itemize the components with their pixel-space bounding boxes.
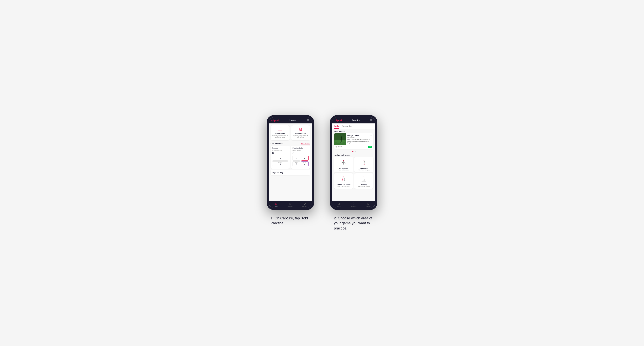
approach-desc: Dial-in to hit the green	[358, 169, 370, 171]
phone1-screen: clippd Home ☰	[268, 117, 312, 208]
caption1: 1. On Capture, tap 'Add Practice'.	[270, 216, 310, 226]
featured-desc: Play 1 shot at each target yardage. If y…	[347, 139, 372, 144]
caption2: 2. Choose which area of your game you wa…	[334, 216, 374, 231]
capture-nav-label: Capture	[302, 206, 307, 207]
nav-activities[interactable]: ♺ Activities	[283, 201, 298, 208]
ott-val: 0	[293, 158, 300, 160]
add-practice-icon	[298, 127, 303, 132]
skill-grid: Off The Tee Power and accuracy	[332, 157, 376, 190]
featured-card[interactable]: Wedge Ladder ☆ 50–100 yds Play 1 shot at…	[334, 133, 374, 149]
skill-putting[interactable]: Putting Make and lag practice	[354, 173, 374, 188]
phone2-title: Practice	[352, 119, 360, 122]
shots-count: 🕐 9 shots	[336, 146, 342, 148]
activities-nav-label: Activities	[288, 206, 293, 207]
phone2-bottom-nav: ⌂ Home ♺ Activities ⊕ Capture	[332, 201, 376, 208]
practice-box: Practice 0	[272, 161, 288, 166]
home-nav-label: Home	[274, 206, 278, 207]
svg-line-15	[342, 161, 344, 164]
most-popular-title: Most Popular	[332, 129, 376, 133]
drills-row2: ARG 0 PUTT 4	[292, 161, 308, 166]
tab-favourites[interactable]: Favourites	[342, 125, 352, 129]
phone2-topbar: clippd Practice ☰	[332, 117, 376, 123]
shots-count-label: 9 shots	[338, 146, 342, 148]
capture2-nav-icon: ⊕	[367, 202, 369, 205]
add-round-card[interactable]: Add Round Record your shots fast or enha…	[270, 125, 290, 140]
phone2-menu-icon[interactable]: ☰	[370, 119, 373, 122]
putt-title: Putting	[361, 184, 367, 185]
svg-point-24	[344, 181, 344, 181]
featured-footer: 🕐 9 shots APP	[334, 145, 374, 149]
app-val: 4	[302, 158, 308, 160]
ott-desc: Power and accuracy	[338, 169, 349, 171]
favourite-star-icon[interactable]: ☆	[370, 135, 372, 137]
clock-icon: 🕐	[336, 146, 338, 148]
drills-capture-val: 8	[292, 151, 308, 155]
phone2-section: clippd Practice ☰ Drills Favourites Most…	[330, 115, 378, 231]
putt-desc: Make and lag practice	[358, 186, 370, 187]
phone2-screen: clippd Practice ☰ Drills Favourites Most…	[332, 117, 376, 208]
app-badge: APP	[368, 146, 372, 148]
drills-title: Practice Drills	[292, 147, 308, 149]
capture2-nav-label: Capture	[366, 206, 371, 207]
phone1-topbar: clippd Home ☰	[268, 117, 312, 123]
stats-grid: Rounds Rounds Capture 0 Tournament 0	[268, 146, 312, 170]
dot-3	[355, 151, 356, 152]
page-container: clippd Home ☰	[266, 115, 378, 231]
featured-subtitle: 50–100 yds	[347, 137, 372, 138]
rounds-col: Rounds Rounds Capture 0 Tournament 0	[270, 146, 290, 169]
stats-header: Last 3 Months View Activity	[268, 142, 312, 146]
nav2-activities[interactable]: ♺ Activities	[346, 201, 361, 208]
phone1-section: clippd Home ☰	[266, 115, 314, 226]
featured-info: Wedge Ladder ☆ 50–100 yds Play 1 shot at…	[346, 133, 374, 145]
phone1-menu-icon[interactable]: ☰	[307, 119, 309, 122]
approach-title: Approach	[360, 167, 368, 169]
putt-val: 4	[302, 163, 308, 166]
svg-point-23	[342, 181, 343, 181]
home-cards: Add Round Record your shots fast or enha…	[268, 123, 312, 142]
drills-col: Practice Drills Drills Capture 8 OTT 0 A…	[291, 146, 310, 169]
dot-2	[353, 151, 354, 152]
rounds-capture-val: 0	[272, 151, 288, 155]
add-practice-card[interactable]: Add Practice Capture your practice off-t…	[291, 125, 310, 140]
tournament-box: Tournament 0	[272, 156, 288, 161]
app-box: APP 4	[301, 156, 309, 161]
ott-icon-area	[340, 159, 348, 167]
golf-bag-chevron-icon: ›	[308, 172, 308, 173]
putt-icon-area	[360, 175, 368, 183]
capture-nav-icon: ⊕	[304, 202, 306, 205]
nav-capture[interactable]: ⊕ Capture	[298, 201, 312, 208]
ott-box: OTT 0	[292, 156, 300, 161]
featured-img	[334, 133, 346, 145]
phone1-title: Home	[290, 119, 296, 122]
phone1: clippd Home ☰	[266, 115, 314, 210]
add-round-icon	[278, 127, 282, 132]
putt-box: PUTT 4	[301, 161, 309, 166]
practice-val: 0	[273, 163, 288, 166]
skill-approach[interactable]: Approach Dial-in to hit the green	[354, 157, 374, 172]
view-activity-link[interactable]: View Activity	[302, 143, 310, 145]
svg-point-2	[280, 128, 280, 128]
skill-around-green[interactable]: Around The Green Hone your short game	[334, 173, 353, 188]
nav-home[interactable]: ⌂ Home	[268, 201, 283, 208]
featured-card-inner: Wedge Ladder ☆ 50–100 yds Play 1 shot at…	[334, 133, 374, 145]
atg-desc: Hone your short game	[337, 186, 350, 187]
tournament-val: 0	[273, 158, 288, 160]
tab-drills[interactable]: Drills	[334, 125, 339, 129]
atg-title: Around The Green	[336, 184, 350, 185]
golf-bag-row[interactable]: My Golf Bag ›	[270, 170, 310, 175]
svg-point-20	[364, 165, 364, 165]
svg-point-27	[364, 180, 364, 181]
skill-areas-title: Explore skill areas	[332, 153, 376, 157]
add-practice-desc: Capture your practice off-the-course	[293, 135, 308, 139]
ott-title: Off The Tee	[339, 167, 348, 169]
drills-capture-label: Drills Capture	[292, 150, 308, 151]
rounds-row2: Practice 0	[272, 161, 288, 166]
nav2-capture[interactable]: ⊕ Capture	[361, 201, 376, 208]
tabs-bar: Drills Favourites	[332, 123, 376, 129]
add-round-title: Add Round	[275, 133, 285, 135]
nav2-home[interactable]: ⌂ Home	[332, 201, 346, 208]
activities2-nav-label: Activities	[351, 206, 356, 207]
svg-rect-0	[278, 130, 282, 131]
add-practice-title: Add Practice	[295, 133, 306, 135]
skill-off-the-tee[interactable]: Off The Tee Power and accuracy	[334, 157, 353, 172]
